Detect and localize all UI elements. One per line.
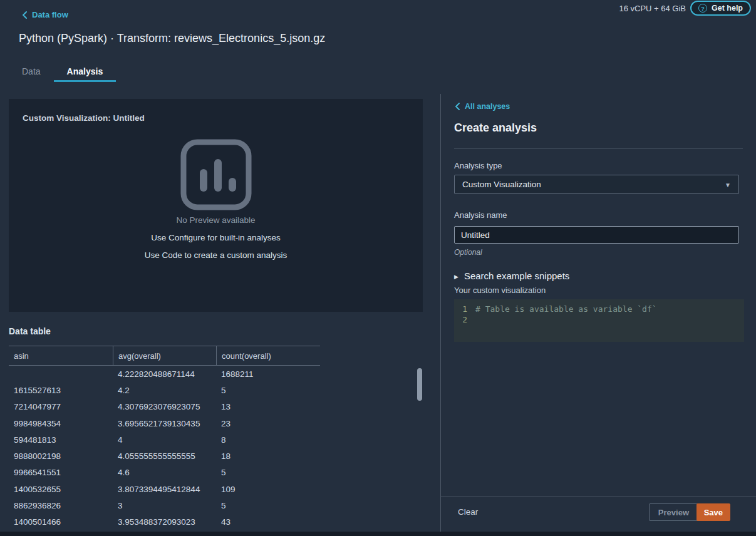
tab-bar: Data Analysis bbox=[9, 62, 116, 82]
cell-count-overall: 13 bbox=[216, 402, 320, 411]
footer-divider bbox=[441, 496, 756, 497]
data-table-header: asin avg(overall) count(overall) bbox=[9, 346, 320, 366]
line-code: # Table is available as variable `df` bbox=[475, 304, 657, 315]
cell-asin: 9966541551 bbox=[9, 468, 113, 477]
caret-right-icon bbox=[454, 270, 458, 281]
cell-avg-overall: 4.055555555555555 bbox=[113, 451, 216, 461]
all-analyses-label: All analyses bbox=[465, 102, 510, 111]
table-row: 9888002198 4.055555555555555 18 bbox=[9, 448, 320, 464]
cell-count-overall: 8 bbox=[216, 435, 320, 445]
table-row: 8862936826 3 5 bbox=[9, 497, 320, 513]
code-line: 2 bbox=[454, 315, 744, 326]
cell-asin: 9984984354 bbox=[9, 419, 113, 428]
cell-avg-overall: 4.3076923076923075 bbox=[113, 402, 216, 411]
table-row: 7214047977 4.3076923076923075 13 bbox=[9, 399, 320, 415]
caret-down-icon bbox=[725, 180, 731, 189]
hint-configure-text: Use Configure for built-in analyses bbox=[151, 233, 280, 242]
panel-title: Create analysis bbox=[454, 121, 537, 135]
custom-visualization-label: Your custom visualization bbox=[454, 286, 546, 295]
optional-hint: Optional bbox=[454, 248, 482, 257]
tab-analysis[interactable]: Analysis bbox=[54, 62, 117, 82]
table-row: 9966541551 4.6 5 bbox=[9, 465, 320, 481]
chevron-left-icon bbox=[22, 11, 27, 19]
cell-asin: 1400532655 bbox=[9, 485, 113, 494]
column-header-count-overall: count(overall) bbox=[216, 346, 320, 365]
bar-chart-placeholder-icon bbox=[179, 138, 253, 212]
cell-count-overall: 5 bbox=[216, 501, 320, 510]
cell-asin: 7214047977 bbox=[9, 402, 113, 411]
snippets-toggle-label: Search example snippets bbox=[464, 271, 569, 281]
cell-avg-overall: 3 bbox=[113, 501, 216, 510]
cell-count-overall: 1688211 bbox=[216, 369, 320, 379]
chevron-left-icon bbox=[455, 103, 460, 110]
analysis-type-value: Custom Visualization bbox=[462, 180, 541, 189]
back-link-label: Data flow bbox=[32, 10, 68, 19]
back-to-all-analyses-link[interactable]: All analyses bbox=[455, 102, 510, 111]
code-lines: 1 # Table is available as variable `df` … bbox=[454, 304, 744, 325]
table-row: 1400532655 3.8073394495412844 109 bbox=[9, 481, 320, 497]
table-row: 1400501466 3.953488372093023 43 bbox=[9, 514, 320, 530]
cell-count-overall: 18 bbox=[216, 451, 320, 461]
save-button[interactable]: Save bbox=[696, 503, 730, 521]
get-help-button[interactable]: Get help bbox=[690, 1, 751, 16]
cell-avg-overall: 4.2 bbox=[113, 386, 216, 395]
analysis-name-label: Analysis name bbox=[454, 210, 507, 220]
cell-count-overall: 109 bbox=[216, 485, 320, 494]
data-table-body: 4.222820488671144 1688211 1615527613 4.2… bbox=[9, 366, 320, 530]
column-header-avg-overall: avg(overall) bbox=[113, 346, 216, 365]
preview-button[interactable]: Preview bbox=[649, 503, 698, 521]
clear-button[interactable]: Clear bbox=[458, 507, 478, 517]
analysis-type-label: Analysis type bbox=[454, 161, 502, 170]
cell-count-overall: 23 bbox=[216, 419, 320, 428]
cell-avg-overall: 3.6956521739130435 bbox=[113, 419, 216, 428]
cell-asin: 594481813 bbox=[9, 435, 113, 445]
no-preview-text: No Preview available bbox=[176, 215, 255, 225]
cell-count-overall: 5 bbox=[216, 468, 320, 477]
cell-asin: 1400501466 bbox=[9, 517, 113, 527]
back-to-data-flow-link[interactable]: Data flow bbox=[22, 10, 68, 19]
cell-asin: 8862936826 bbox=[9, 501, 113, 510]
analysis-name-input[interactable] bbox=[454, 226, 739, 244]
analysis-type-select[interactable]: Custom Visualization bbox=[454, 175, 739, 194]
panel-divider bbox=[454, 148, 743, 149]
instance-resources-label: 16 vCPU + 64 GiB bbox=[619, 4, 686, 13]
search-example-snippets-toggle[interactable]: Search example snippets bbox=[454, 270, 569, 281]
line-number: 1 bbox=[454, 304, 475, 315]
data-table-title: Data table bbox=[9, 326, 51, 336]
preview-empty-state: No Preview available Use Configure for b… bbox=[9, 138, 423, 260]
line-number: 2 bbox=[454, 315, 475, 326]
table-row: 4.222820488671144 1688211 bbox=[9, 366, 320, 382]
cell-asin: 1615527613 bbox=[9, 386, 113, 395]
page-title: Python (PySpark) · Transform: reviews_El… bbox=[19, 32, 325, 45]
cell-avg-overall: 4.222820488671144 bbox=[113, 369, 216, 379]
code-line: 1 # Table is available as variable `df` bbox=[454, 304, 744, 315]
cell-avg-overall: 4 bbox=[113, 435, 216, 445]
table-row: 9984984354 3.6956521739130435 23 bbox=[9, 415, 320, 431]
hint-code-text: Use Code to create a custom analysis bbox=[145, 250, 287, 260]
bottom-edge-strip bbox=[0, 532, 756, 536]
vertical-scrollbar-thumb[interactable] bbox=[417, 368, 422, 401]
tab-data[interactable]: Data bbox=[9, 62, 54, 82]
cell-asin: 9888002198 bbox=[9, 451, 113, 461]
create-analysis-panel: All analyses Create analysis Analysis ty… bbox=[440, 94, 756, 536]
cell-avg-overall: 3.8073394495412844 bbox=[113, 485, 216, 494]
cell-count-overall: 43 bbox=[216, 517, 320, 527]
cell-count-overall: 5 bbox=[216, 386, 320, 395]
visualization-preview-card: Custom Visualization: Untitled No Previe… bbox=[9, 99, 423, 312]
get-help-label: Get help bbox=[712, 4, 743, 13]
cell-avg-overall: 4.6 bbox=[113, 468, 216, 477]
table-row: 594481813 4 8 bbox=[9, 431, 320, 448]
data-table: asin avg(overall) count(overall) 4.22282… bbox=[9, 346, 320, 530]
cell-avg-overall: 3.953488372093023 bbox=[113, 517, 216, 527]
code-editor[interactable]: 1 # Table is available as variable `df` … bbox=[454, 299, 744, 342]
app-window: Data flow 16 vCPU + 64 GiB Get help Pyth… bbox=[0, 0, 756, 536]
column-header-asin: asin bbox=[9, 346, 113, 365]
question-circle-icon bbox=[698, 4, 707, 13]
preview-card-title: Custom Visualization: Untitled bbox=[23, 113, 145, 123]
table-row: 1615527613 4.2 5 bbox=[9, 382, 320, 398]
